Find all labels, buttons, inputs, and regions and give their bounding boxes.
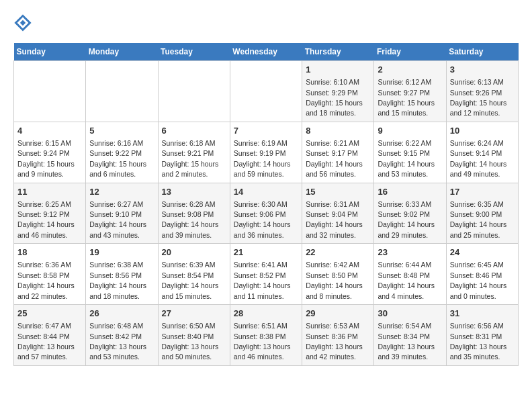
table-row: 17Sunrise: 6:35 AMSunset: 9:00 PMDayligh… bbox=[446, 183, 518, 244]
table-row: 6Sunrise: 6:18 AMSunset: 9:21 PMDaylight… bbox=[158, 122, 230, 183]
table-row: 30Sunrise: 6:54 AMSunset: 8:34 PMDayligh… bbox=[374, 305, 446, 366]
table-row: 14Sunrise: 6:30 AMSunset: 9:06 PMDayligh… bbox=[230, 183, 302, 244]
table-row: 31Sunrise: 6:56 AMSunset: 8:31 PMDayligh… bbox=[446, 305, 518, 366]
header bbox=[13, 13, 519, 32]
header-sunday: Sunday bbox=[14, 43, 86, 61]
calendar-body: 1Sunrise: 6:10 AMSunset: 9:29 PMDaylight… bbox=[14, 61, 519, 366]
table-row: 18Sunrise: 6:36 AMSunset: 8:58 PMDayligh… bbox=[14, 244, 86, 305]
table-row: 2Sunrise: 6:12 AMSunset: 9:27 PMDaylight… bbox=[374, 61, 446, 122]
header-monday: Monday bbox=[86, 43, 158, 61]
header-friday: Friday bbox=[374, 43, 446, 61]
table-row: 22Sunrise: 6:42 AMSunset: 8:50 PMDayligh… bbox=[302, 244, 374, 305]
table-row: 13Sunrise: 6:28 AMSunset: 9:08 PMDayligh… bbox=[158, 183, 230, 244]
table-row: 26Sunrise: 6:48 AMSunset: 8:42 PMDayligh… bbox=[86, 305, 158, 366]
table-row: 8Sunrise: 6:21 AMSunset: 9:17 PMDaylight… bbox=[302, 122, 374, 183]
table-row: 16Sunrise: 6:33 AMSunset: 9:02 PMDayligh… bbox=[374, 183, 446, 244]
table-row: 7Sunrise: 6:19 AMSunset: 9:19 PMDaylight… bbox=[230, 122, 302, 183]
table-row: 21Sunrise: 6:41 AMSunset: 8:52 PMDayligh… bbox=[230, 244, 302, 305]
table-row: 10Sunrise: 6:24 AMSunset: 9:14 PMDayligh… bbox=[446, 122, 518, 183]
table-row bbox=[230, 61, 302, 122]
table-row: 11Sunrise: 6:25 AMSunset: 9:12 PMDayligh… bbox=[14, 183, 86, 244]
table-row: 24Sunrise: 6:45 AMSunset: 8:46 PMDayligh… bbox=[446, 244, 518, 305]
table-row: 4Sunrise: 6:15 AMSunset: 9:24 PMDaylight… bbox=[14, 122, 86, 183]
table-row: 27Sunrise: 6:50 AMSunset: 8:40 PMDayligh… bbox=[158, 305, 230, 366]
header-thursday: Thursday bbox=[302, 43, 374, 61]
logo-icon bbox=[13, 13, 32, 32]
table-row: 28Sunrise: 6:51 AMSunset: 8:38 PMDayligh… bbox=[230, 305, 302, 366]
table-row: 9Sunrise: 6:22 AMSunset: 9:15 PMDaylight… bbox=[374, 122, 446, 183]
table-row: 25Sunrise: 6:47 AMSunset: 8:44 PMDayligh… bbox=[14, 305, 86, 366]
table-row: 29Sunrise: 6:53 AMSunset: 8:36 PMDayligh… bbox=[302, 305, 374, 366]
logo bbox=[13, 13, 35, 32]
table-row bbox=[158, 61, 230, 122]
header-wednesday: Wednesday bbox=[230, 43, 302, 61]
table-row: 23Sunrise: 6:44 AMSunset: 8:48 PMDayligh… bbox=[374, 244, 446, 305]
table-row: 19Sunrise: 6:38 AMSunset: 8:56 PMDayligh… bbox=[86, 244, 158, 305]
table-row bbox=[14, 61, 86, 122]
table-row: 1Sunrise: 6:10 AMSunset: 9:29 PMDaylight… bbox=[302, 61, 374, 122]
header-saturday: Saturday bbox=[446, 43, 518, 61]
table-row: 3Sunrise: 6:13 AMSunset: 9:26 PMDaylight… bbox=[446, 61, 518, 122]
table-row bbox=[86, 61, 158, 122]
calendar-header: Sunday Monday Tuesday Wednesday Thursday… bbox=[14, 43, 519, 61]
table-row: 12Sunrise: 6:27 AMSunset: 9:10 PMDayligh… bbox=[86, 183, 158, 244]
table-row: 15Sunrise: 6:31 AMSunset: 9:04 PMDayligh… bbox=[302, 183, 374, 244]
calendar-table: Sunday Monday Tuesday Wednesday Thursday… bbox=[13, 43, 519, 366]
table-row: 5Sunrise: 6:16 AMSunset: 9:22 PMDaylight… bbox=[86, 122, 158, 183]
table-row: 20Sunrise: 6:39 AMSunset: 8:54 PMDayligh… bbox=[158, 244, 230, 305]
header-tuesday: Tuesday bbox=[158, 43, 230, 61]
